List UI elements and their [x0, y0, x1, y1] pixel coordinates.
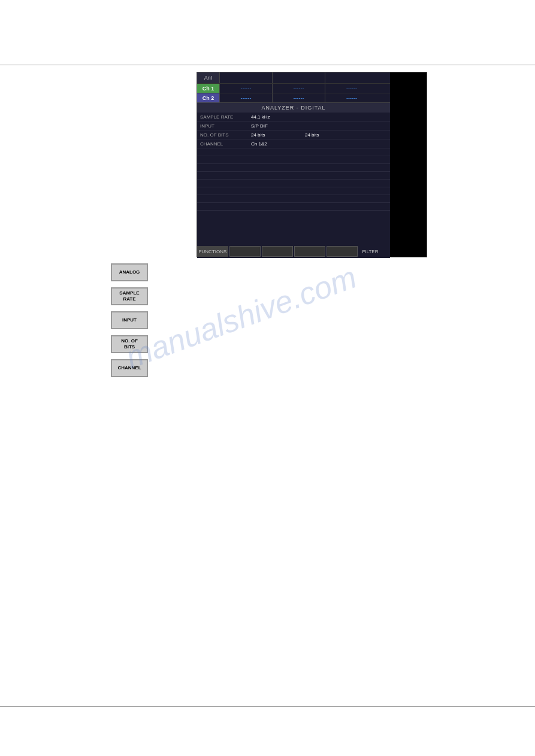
left-btn-sample-rate[interactable]: SAMPLERATE — [111, 287, 148, 305]
data-row-2: NO. OF BITS 24 bits 24 bits — [197, 130, 390, 139]
func-btn-1[interactable] — [229, 246, 261, 257]
data-label-1: INPUT — [197, 123, 251, 129]
empty-row-3 — [197, 163, 390, 171]
data-val2-2: 24 bits — [305, 132, 359, 138]
ch2-label: Ch 2 — [197, 93, 220, 102]
analyzer-title: ANALYZER - DIGITAL — [197, 102, 390, 112]
ch2-val2: ------ — [273, 93, 325, 102]
left-btn-analog[interactable]: ANALOG — [111, 263, 148, 281]
ch1-row: Ch 1 ------ ------ ------ — [197, 83, 390, 93]
ch1-label: Ch 1 — [197, 84, 220, 93]
ch1-val2: ------ — [273, 84, 325, 93]
data-label-3: CHANNEL — [197, 141, 251, 147]
anl-label: AnI — [197, 72, 220, 83]
screen-inner: AnI Ch 1 ------ ------ ------ Ch 2 -----… — [197, 72, 390, 258]
data-row-0: SAMPLE RATE 44.1 kHz — [197, 112, 390, 121]
header-col1 — [220, 72, 273, 83]
ch1-val3: ------ — [325, 84, 378, 93]
data-label-0: SAMPLE RATE — [197, 114, 251, 120]
functions-button[interactable]: FUNCTIONS — [197, 246, 228, 257]
data-val1-0: 44.1 kHz — [251, 114, 305, 120]
data-val1-3: Ch 1&2 — [251, 141, 305, 147]
watermark: manualshive.com — [121, 259, 361, 376]
screen-header: AnI — [197, 72, 390, 83]
ch2-val1: ------ — [220, 93, 273, 102]
empty-row-9 — [197, 210, 390, 218]
ch2-val3: ------ — [325, 93, 378, 102]
left-btn-no-of-bits[interactable]: NO. OFBITS — [111, 335, 148, 353]
header-col3 — [325, 72, 378, 83]
data-val1-1: S/P DIF — [251, 123, 305, 129]
empty-row-7 — [197, 195, 390, 202]
func-btn-3[interactable] — [294, 246, 325, 257]
empty-row-5 — [197, 179, 390, 187]
empty-row-1 — [197, 148, 390, 156]
screen-container: AnI Ch 1 ------ ------ ------ Ch 2 -----… — [197, 72, 427, 257]
left-btn-input[interactable]: INPUT — [111, 311, 148, 329]
empty-row-2 — [197, 156, 390, 163]
empty-row-8 — [197, 202, 390, 210]
left-buttons: ANALOG SAMPLERATE INPUT NO. OFBITS CHANN… — [111, 263, 148, 377]
data-val1-2: 24 bits — [251, 132, 305, 138]
func-btn-2[interactable] — [262, 246, 293, 257]
left-btn-channel[interactable]: CHANNEL — [111, 359, 148, 377]
empty-row-4 — [197, 171, 390, 179]
func-btn-4[interactable] — [327, 246, 358, 257]
header-col2 — [273, 72, 325, 83]
empty-row-6 — [197, 187, 390, 195]
data-row-1: INPUT S/P DIF — [197, 121, 390, 130]
data-label-2: NO. OF BITS — [197, 132, 251, 138]
ch1-val1: ------ — [220, 84, 273, 93]
top-rule — [0, 65, 535, 65]
bottom-rule — [0, 706, 535, 707]
filter-label: FILTER — [358, 249, 382, 254]
ch2-row: Ch 2 ------ ------ ------ — [197, 93, 390, 102]
data-row-3: CHANNEL Ch 1&2 — [197, 139, 390, 148]
function-bar: FUNCTIONS FILTER — [197, 245, 390, 258]
